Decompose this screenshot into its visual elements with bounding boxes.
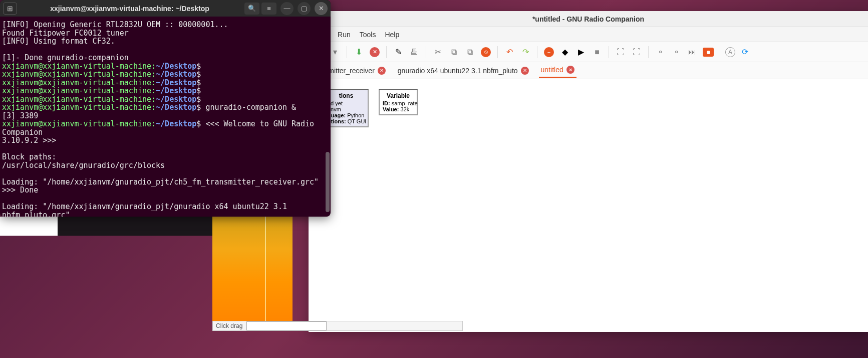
scrollbar[interactable] bbox=[326, 152, 330, 212]
info-icon[interactable]: A bbox=[725, 47, 735, 57]
grc-title: *untitled - GNU Radio Companion bbox=[532, 15, 644, 23]
tree1-icon[interactable]: ⚬ bbox=[654, 46, 667, 59]
terminal-title: xxjianvm@xxjianvm-virtual-machine: ~/Des… bbox=[17, 5, 242, 13]
close-file-icon[interactable]: ✕ bbox=[368, 46, 381, 59]
zoom2-icon[interactable]: ⛶ bbox=[630, 46, 643, 59]
grc-toolbar: 📋 ▾ ⬇ ✕ ✎ 🖶 ✂ ⧉ ⧉ ⦸ ↶ ↷ − ◆ ▶ ■ ⛶ ⛶ ⚬ ⚬ … bbox=[309, 42, 868, 62]
play-icon[interactable]: ▶ bbox=[574, 46, 588, 59]
undo-icon[interactable]: ↶ bbox=[503, 46, 516, 59]
zoom1-icon[interactable]: ⛶ bbox=[614, 46, 627, 59]
zhihu-logo: 知乎 bbox=[699, 279, 743, 311]
variable-block[interactable]: Variable ID: samp_rate Value: 32k bbox=[379, 89, 418, 115]
menu-icon[interactable]: ≡ bbox=[261, 3, 276, 15]
close-icon[interactable]: ✕ bbox=[566, 66, 574, 74]
cancel-icon[interactable]: ⦸ bbox=[479, 46, 492, 59]
edit-icon[interactable]: ✎ bbox=[392, 46, 405, 59]
menu-tools[interactable]: Tools bbox=[360, 31, 376, 39]
grc-titlebar: *untitled - GNU Radio Companion bbox=[309, 11, 868, 27]
tab-nbfm-pluto[interactable]: gnuradio x64 ubuntu22 3.1 nbfm_pluto ✕ bbox=[396, 64, 531, 78]
refresh-icon[interactable]: ⟳ bbox=[738, 46, 751, 59]
skip-icon[interactable]: ⏭ bbox=[686, 46, 699, 59]
grc-tabs: ransmitter_receiver ✕ gnuradio x64 ubunt… bbox=[309, 62, 868, 79]
watermark-text: @冯锵健 bbox=[749, 278, 853, 313]
maximize-icon[interactable]: ▢ bbox=[298, 2, 311, 15]
cut-icon[interactable]: ✂ bbox=[431, 46, 444, 59]
close-icon[interactable]: ✕ bbox=[315, 2, 328, 15]
tree2-icon[interactable]: ⚬ bbox=[670, 46, 683, 59]
dark-strip bbox=[58, 217, 213, 236]
stop-icon[interactable]: ■ bbox=[591, 46, 604, 59]
grc-statusbar: Click drag bbox=[212, 321, 463, 331]
terminal-titlebar[interactable]: ⊞ xxjianvm@xxjianvm-virtual-machine: ~/D… bbox=[0, 0, 331, 17]
print-icon[interactable]: 🖶 bbox=[408, 46, 421, 59]
terminal-body[interactable]: [INFO] Opening Generic RTL2832U OEM :: 0… bbox=[0, 17, 331, 217]
minimize-icon[interactable]: — bbox=[280, 2, 294, 15]
spectrogram-center-line bbox=[265, 217, 266, 324]
watermark: 知乎 @冯锵健 bbox=[699, 278, 853, 313]
close-icon[interactable]: ✕ bbox=[378, 67, 386, 75]
menu-help[interactable]: Help bbox=[385, 31, 399, 39]
record-icon[interactable]: ⏺ bbox=[702, 46, 715, 59]
terminal-window: ⊞ xxjianvm@xxjianvm-virtual-machine: ~/D… bbox=[0, 0, 331, 217]
save-icon[interactable]: ⬇ bbox=[352, 46, 365, 59]
search-icon[interactable]: 🔍 bbox=[244, 3, 259, 15]
new-tab-icon[interactable]: ⊞ bbox=[3, 3, 17, 15]
grc-menubar: View Run Tools Help bbox=[309, 27, 868, 42]
delete-icon[interactable]: − bbox=[542, 46, 555, 59]
close-icon[interactable]: ✕ bbox=[521, 67, 529, 75]
tab-untitled[interactable]: untitled ✕ bbox=[539, 63, 576, 78]
spectrogram-plot bbox=[212, 217, 293, 324]
status-input[interactable] bbox=[246, 321, 327, 330]
menu-run[interactable]: Run bbox=[338, 31, 351, 39]
bulb-icon[interactable]: ◆ bbox=[558, 46, 571, 59]
paste2-icon[interactable]: ⧉ bbox=[463, 46, 476, 59]
copy-icon[interactable]: ⧉ bbox=[447, 46, 460, 59]
redo-icon[interactable]: ↷ bbox=[519, 46, 532, 59]
